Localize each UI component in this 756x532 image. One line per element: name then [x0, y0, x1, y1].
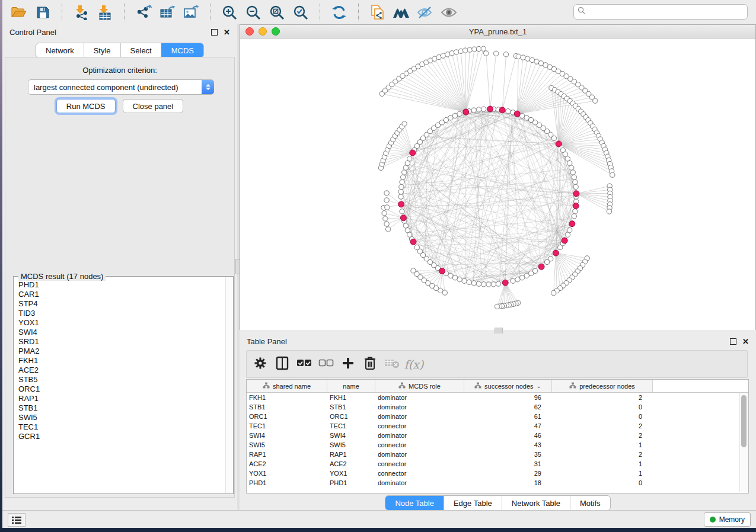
dominator-node[interactable]	[398, 201, 404, 207]
network-node[interactable]	[398, 190, 403, 194]
network-edge[interactable]	[490, 53, 496, 109]
network-node[interactable]	[573, 180, 578, 184]
network-edge[interactable]	[429, 135, 541, 267]
network-node[interactable]	[525, 56, 530, 61]
network-node[interactable]	[401, 175, 406, 180]
network-edge[interactable]	[486, 53, 490, 109]
cell-shared-name[interactable]: YOX1	[247, 470, 327, 477]
float-window-icon[interactable]	[211, 29, 218, 36]
network-edge[interactable]	[517, 74, 562, 114]
cell-MCDS-role[interactable]: dominator	[375, 432, 464, 439]
table-row[interactable]: YOX1YOX1connector291	[247, 469, 748, 478]
refresh-button[interactable]	[327, 3, 351, 22]
cell-successor-nodes[interactable]: 96	[464, 394, 552, 401]
hide-selected-button[interactable]	[413, 3, 437, 22]
network-edge[interactable]	[397, 133, 413, 153]
network-edge[interactable]	[559, 120, 588, 144]
cell-name[interactable]: PHD1	[327, 479, 375, 486]
close-panel-button[interactable]: Close panel	[123, 99, 184, 113]
cell-successor-nodes[interactable]: 47	[464, 422, 552, 430]
network-node[interactable]	[400, 209, 404, 214]
table-row[interactable]: STB1STB1dominator620	[247, 402, 748, 412]
network-edge[interactable]	[576, 194, 610, 208]
cell-successor-nodes[interactable]: 29	[464, 470, 552, 477]
network-node[interactable]	[403, 165, 408, 170]
network-node[interactable]	[463, 48, 468, 53]
cell-predecessor-nodes[interactable]: 1	[552, 470, 653, 477]
network-node[interactable]	[484, 51, 489, 56]
select-all-button[interactable]	[295, 354, 313, 374]
export-image-button[interactable]	[179, 3, 203, 22]
table-row[interactable]: SWI5SWI5connector431	[247, 440, 748, 450]
cell-name[interactable]: SWI5	[327, 441, 375, 448]
network-edge[interactable]	[576, 190, 610, 194]
import-table-button[interactable]	[93, 3, 117, 22]
mcds-node-item[interactable]: STB1	[18, 403, 226, 413]
show-all-button[interactable]	[437, 3, 461, 22]
dominator-node[interactable]	[573, 191, 579, 197]
zoom-out-button[interactable]	[241, 3, 265, 22]
cell-successor-nodes[interactable]: 62	[464, 403, 552, 411]
network-node[interactable]	[457, 277, 462, 282]
mcds-node-item[interactable]: SWI5	[18, 413, 226, 422]
cell-MCDS-role[interactable]: connector	[375, 470, 464, 477]
close-panel-icon[interactable]: ✕	[742, 339, 749, 344]
share-session-button[interactable]	[366, 3, 390, 22]
dominator-node[interactable]	[410, 239, 416, 245]
mcds-node-item[interactable]: STB5	[18, 375, 226, 384]
dominator-node[interactable]	[553, 250, 559, 256]
table-row[interactable]: SWI4SWI4dominator462	[247, 431, 748, 440]
table-row[interactable]: RAP1RAP1dominator352	[247, 450, 748, 459]
mcds-node-item[interactable]: FKH1	[18, 356, 226, 366]
cell-predecessor-nodes[interactable]: 2	[552, 422, 653, 430]
network-node[interactable]	[452, 113, 457, 118]
cell-name[interactable]: RAP1	[327, 451, 375, 458]
cell-shared-name[interactable]: RAP1	[247, 451, 327, 458]
network-edge[interactable]	[465, 50, 466, 112]
network-node[interactable]	[567, 161, 572, 165]
network-node[interactable]	[407, 156, 412, 161]
cell-predecessor-nodes[interactable]: 1	[552, 460, 653, 467]
network-node[interactable]	[399, 184, 404, 189]
tab-motifs[interactable]: Motifs	[570, 496, 610, 510]
table-row[interactable]: ACE2ACE2connector311	[247, 459, 748, 469]
cell-shared-name[interactable]: ACE2	[247, 460, 327, 467]
first-neighbors-button[interactable]	[390, 3, 413, 22]
table-scrollbar[interactable]	[739, 393, 748, 492]
mcds-node-item[interactable]: SWI4	[18, 328, 226, 337]
cell-MCDS-role[interactable]: dominator	[375, 479, 464, 486]
dominator-node[interactable]	[502, 280, 508, 286]
mcds-node-item[interactable]: SRD1	[18, 337, 226, 347]
network-node[interactable]	[572, 214, 576, 219]
network-node[interactable]	[544, 259, 549, 264]
network-node[interactable]	[570, 170, 575, 175]
tab-network[interactable]: Network	[36, 43, 84, 57]
cell-shared-name[interactable]: TEC1	[247, 422, 327, 430]
dominator-node[interactable]	[463, 109, 469, 115]
network-node[interactable]	[481, 46, 486, 51]
cell-predecessor-nodes[interactable]: 0	[552, 479, 653, 486]
dominator-node[interactable]	[569, 221, 575, 227]
network-edge[interactable]	[442, 122, 531, 271]
cell-predecessor-nodes[interactable]: 2	[552, 451, 653, 458]
cell-predecessor-nodes[interactable]: 1	[552, 441, 653, 448]
network-node[interactable]	[516, 54, 521, 59]
table-row[interactable]: ORC1ORC1dominator610	[247, 412, 748, 421]
cell-MCDS-role[interactable]: dominator	[375, 413, 464, 420]
network-node[interactable]	[405, 227, 410, 232]
cell-shared-name[interactable]: SWI4	[247, 432, 327, 439]
cell-successor-nodes[interactable]: 31	[464, 460, 552, 467]
network-node[interactable]	[384, 198, 389, 203]
float-window-icon[interactable]	[730, 338, 736, 345]
cell-successor-nodes[interactable]: 46	[464, 432, 552, 439]
cell-name[interactable]: FKH1	[327, 394, 375, 401]
network-edge[interactable]	[417, 271, 442, 274]
mcds-node-item[interactable]: STP4	[18, 299, 226, 309]
mcds-node-item[interactable]: YOX1	[18, 318, 226, 328]
network-node[interactable]	[403, 223, 408, 228]
cell-successor-nodes[interactable]: 43	[464, 441, 552, 448]
task-history-button[interactable]	[8, 513, 25, 527]
network-node[interactable]	[462, 278, 467, 283]
network-edge[interactable]	[442, 271, 531, 272]
dominator-node[interactable]	[514, 111, 520, 117]
